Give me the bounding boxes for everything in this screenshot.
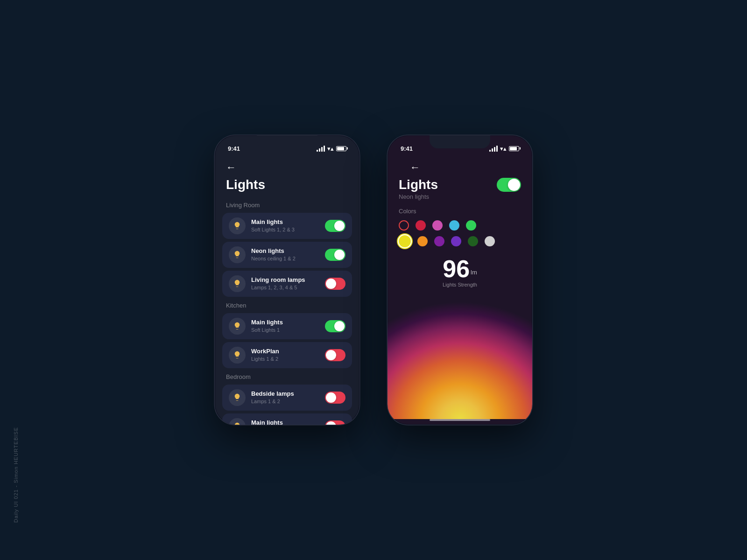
light-info: Main lights Soft Lights 1: [251, 319, 319, 333]
status-bar-2: 9:41 ▾▴: [388, 135, 532, 156]
status-time-2: 9:41: [401, 145, 413, 152]
watermark: Daily UI 021 - Simon HEURTEBISE: [13, 427, 19, 523]
back-button-1[interactable]: ←: [215, 160, 359, 175]
toggle-main-lights-bedroom[interactable]: [325, 420, 345, 425]
list-item: Neon lights Neons ceiling 1 & 2: [222, 242, 352, 268]
toggle-main-power[interactable]: [497, 178, 521, 192]
signal-icon-1: [317, 146, 325, 152]
page-title-1: Lights: [215, 175, 359, 198]
color-dot[interactable]: [451, 236, 461, 246]
light-icon: [229, 318, 246, 335]
strength-unit: lm: [471, 269, 477, 276]
color-dot[interactable]: [434, 236, 444, 246]
status-icons-2: ▾▴: [489, 145, 519, 152]
phone2-title: Lights: [399, 177, 438, 192]
light-name: Main lights: [251, 218, 319, 226]
light-name: Living room lamps: [251, 276, 319, 284]
color-dot[interactable]: [468, 236, 478, 246]
glow-area: 96lm Lights Strength: [388, 252, 532, 419]
light-name: Neon lights: [251, 247, 319, 255]
color-dot[interactable]: [449, 220, 459, 231]
wifi-icon-1: ▾▴: [327, 145, 334, 152]
section-bedroom: Bedroom: [215, 370, 359, 383]
color-row-1: [399, 220, 521, 231]
status-icons-1: ▾▴: [317, 145, 346, 152]
color-dot[interactable]: [485, 236, 495, 246]
list-item: WorkPlan Lights 1 & 2: [222, 342, 352, 368]
strength-value-wrap: 96lm: [443, 257, 477, 281]
color-dot[interactable]: [466, 220, 476, 231]
color-row-2: [399, 235, 521, 247]
light-icon: [229, 217, 246, 234]
color-dot[interactable]: [399, 220, 409, 231]
phone2-title-group: Lights: [399, 177, 438, 192]
light-name: Main lights: [251, 419, 319, 425]
toggle-main-lights-living[interactable]: [325, 220, 345, 232]
colors-label: Colors: [399, 208, 521, 215]
wifi-icon-2: ▾▴: [500, 145, 507, 152]
phone2-content: ← Lights Neon lights Colors: [388, 156, 532, 425]
light-name: Main lights: [251, 319, 319, 327]
status-bar-1: 9:41 ▾▴: [215, 135, 359, 156]
light-name: WorkPlan: [251, 348, 319, 356]
light-info: Living room lamps Lamps 1, 2, 3, 4 & 5: [251, 276, 319, 291]
list-item: Bedside lamps Lamps 1 & 2: [222, 385, 352, 411]
section-living-room: Living Room: [215, 198, 359, 211]
strength-value: 96: [443, 257, 470, 281]
toggle-neon-lights-living[interactable]: [325, 249, 345, 261]
toggle-living-lamps[interactable]: [325, 278, 345, 290]
strength-display: 96lm Lights Strength: [443, 257, 477, 287]
phone2-title-row: Lights: [399, 177, 521, 192]
strength-label: Lights Strength: [443, 282, 477, 287]
signal-icon-2: [489, 146, 498, 152]
light-icon: [229, 275, 246, 292]
list-item: Main lights Soft Lights 1, 2 & 3: [222, 213, 352, 239]
light-sub: Neons ceiling 1 & 2: [251, 255, 319, 262]
back-button-2[interactable]: ←: [399, 160, 521, 175]
toggle-bedside-lamps[interactable]: [325, 392, 345, 404]
color-dot[interactable]: [417, 236, 428, 246]
light-info: Neon lights Neons ceiling 1 & 2: [251, 247, 319, 262]
phone-2: 9:41 ▾▴ ← Lights: [388, 135, 532, 425]
light-sub: Lamps 1 & 2: [251, 398, 319, 405]
light-info: Main lights Soft Lights 1: [251, 419, 319, 425]
phone2-header: ← Lights Neon lights: [388, 156, 532, 200]
light-name: Bedside lamps: [251, 390, 319, 398]
light-sub: Soft Lights 1, 2 & 3: [251, 226, 319, 233]
home-indicator-2: [430, 419, 490, 421]
light-icon: [229, 246, 246, 263]
light-info: WorkPlan Lights 1 & 2: [251, 348, 319, 362]
color-dot-selected[interactable]: [399, 235, 411, 247]
light-info: Main lights Soft Lights 1, 2 & 3: [251, 218, 319, 233]
phone1-content: ← Lights Living Room Main lights Soft Li…: [215, 156, 359, 425]
light-sub: Soft Lights 1: [251, 327, 319, 333]
list-item: Main lights Soft Lights 1: [222, 313, 352, 339]
color-dot[interactable]: [416, 220, 426, 231]
phone-1: 9:41 ▾▴ ← Lights Living Room: [215, 135, 359, 425]
light-sub: Lamps 1, 2, 3, 4 & 5: [251, 284, 319, 291]
status-time-1: 9:41: [228, 145, 240, 152]
toggle-main-lights-kitchen[interactable]: [325, 320, 345, 332]
toggle-workplan-kitchen[interactable]: [325, 349, 345, 361]
list-item: Main lights Soft Lights 1: [222, 413, 352, 425]
color-dot[interactable]: [432, 220, 443, 231]
list-item: Living room lamps Lamps 1, 2, 3, 4 & 5: [222, 271, 352, 297]
section-kitchen: Kitchen: [215, 298, 359, 312]
battery-icon-2: [509, 146, 519, 151]
battery-icon-1: [336, 146, 346, 151]
light-icon: [229, 347, 246, 364]
light-sub: Lights 1 & 2: [251, 356, 319, 362]
light-info: Bedside lamps Lamps 1 & 2: [251, 390, 319, 405]
phones-container: 9:41 ▾▴ ← Lights Living Room: [215, 135, 532, 425]
light-icon: [229, 389, 246, 406]
phone2-subtitle: Neon lights: [399, 193, 521, 200]
light-icon: [229, 418, 246, 425]
colors-section: Colors: [388, 200, 532, 252]
